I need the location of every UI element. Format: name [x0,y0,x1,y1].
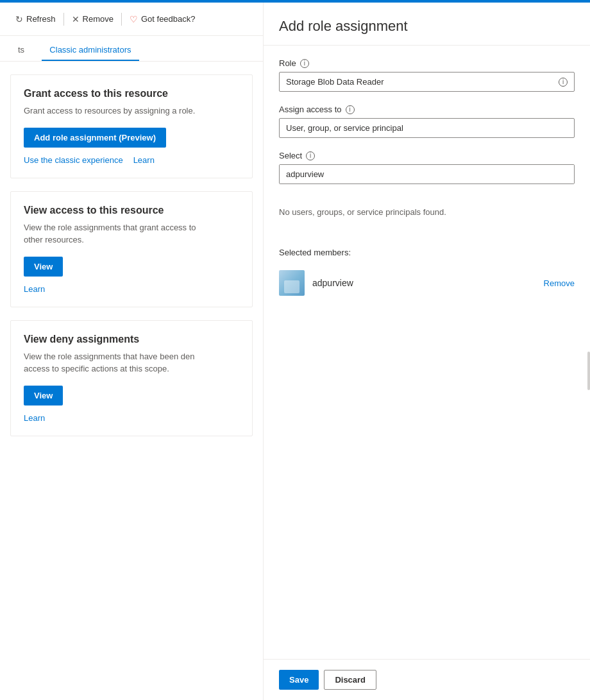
deny-card-links: Learn [24,413,239,423]
view-card-title: View access to this resource [24,205,239,216]
left-panel: ↻ Refresh ✕ Remove ♡ Got feedback? ts Cl… [0,3,263,700]
classic-experience-link[interactable]: Use the classic experience [24,155,123,165]
select-field-group: Select i [279,151,575,184]
grant-card-title: Grant access to this resource [24,88,239,99]
main-content: Grant access to this resource Grant acce… [0,62,263,700]
nav-tabs: ts Classic administrators [0,36,263,62]
panel-footer: Save Discard [264,659,590,700]
selected-members-label: Selected members: [279,248,575,257]
select-info-icon[interactable]: i [306,151,315,160]
remove-button[interactable]: ✕ Remove [67,12,119,27]
selected-members-section: Selected members: adpurview Remove [279,248,575,301]
role-field-group: Role i Storage Blob Data Reader i [279,58,575,92]
feedback-label: Got feedback? [141,14,196,24]
member-avatar [279,270,305,296]
toolbar: ↻ Refresh ✕ Remove ♡ Got feedback? [0,3,263,36]
toolbar-divider-1 [63,13,64,26]
learn-link-1[interactable]: Learn [133,155,155,165]
member-remove-link[interactable]: Remove [544,278,575,288]
refresh-label: Refresh [26,14,56,24]
role-value-field[interactable]: Storage Blob Data Reader i [279,72,575,92]
member-name: adpurview [312,278,536,288]
panel-header: Add role assignment [264,3,590,46]
deny-assignments-card: View deny assignments View the role assi… [10,320,253,436]
view-access-card: View access to this resource View the ro… [10,191,253,307]
select-label-text: Select [279,151,302,160]
grant-card-desc: Grant access to resources by assigning a… [24,105,239,117]
select-search-input[interactable] [280,165,574,184]
nav-tab-ts[interactable]: ts [10,40,32,61]
discard-button[interactable]: Discard [324,670,376,690]
nav-separator [32,41,42,61]
right-panel: Add role assignment Role i Storage Blob … [263,3,590,700]
learn-link-2[interactable]: Learn [24,284,45,294]
save-button[interactable]: Save [279,670,319,690]
panel-title: Add role assignment [279,18,575,35]
role-label: Role i [279,58,575,68]
learn-link-3[interactable]: Learn [24,413,45,423]
assign-access-field-group: Assign access to i User, group, or servi… [279,105,575,138]
view-button-1[interactable]: View [24,257,63,277]
panel-body: Role i Storage Blob Data Reader i Assign… [264,46,590,659]
deny-card-title: View deny assignments [24,334,239,345]
no-results-message: No users, groups, or service principals … [279,197,575,227]
role-label-text: Role [279,58,296,68]
select-label: Select i [279,151,575,160]
toolbar-divider-2 [121,13,122,26]
assign-access-value-field[interactable]: User, group, or service principal [279,118,575,138]
remove-icon: ✕ [72,14,80,24]
nav-tab-classic[interactable]: Classic administrators [42,40,139,61]
assign-info-icon[interactable]: i [346,105,355,114]
scrollbar[interactable] [587,352,590,390]
role-value-text: Storage Blob Data Reader [286,77,384,87]
assign-access-label: Assign access to i [279,105,575,114]
assign-access-value-text: User, group, or service principal [286,123,403,133]
select-input-container [279,164,575,184]
role-info-icon[interactable]: i [300,59,309,68]
grant-card-links: Use the classic experience Learn [24,155,239,165]
view-card-desc: View the role assignments that grant acc… [24,221,239,246]
remove-label: Remove [83,14,114,24]
deny-card-desc: View the role assignments that have been… [24,350,239,375]
heart-icon: ♡ [130,14,138,24]
role-value-info-icon[interactable]: i [559,78,568,87]
grant-access-card: Grant access to this resource Grant acce… [10,74,253,178]
view-button-2[interactable]: View [24,386,63,405]
refresh-icon: ↻ [15,14,23,24]
refresh-button[interactable]: ↻ Refresh [10,12,61,27]
assign-access-label-text: Assign access to [279,105,342,114]
feedback-button[interactable]: ♡ Got feedback? [124,12,201,27]
add-role-assignment-button[interactable]: Add role assignment (Preview) [24,128,166,148]
member-item: adpurview Remove [279,265,575,301]
view-card-links: Learn [24,284,239,294]
